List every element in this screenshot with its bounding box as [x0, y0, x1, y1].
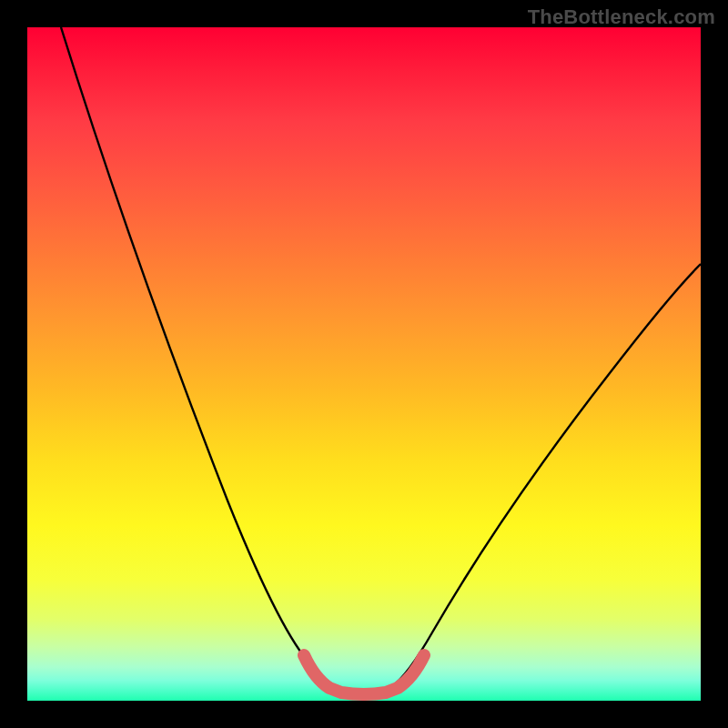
- bottleneck-curve: [61, 27, 701, 694]
- chart-frame: TheBottleneck.com: [0, 0, 728, 728]
- watermark-text: TheBottleneck.com: [528, 5, 715, 29]
- plot-area: [27, 27, 701, 701]
- valley-highlight: [304, 655, 424, 694]
- curve-layer: [27, 27, 701, 701]
